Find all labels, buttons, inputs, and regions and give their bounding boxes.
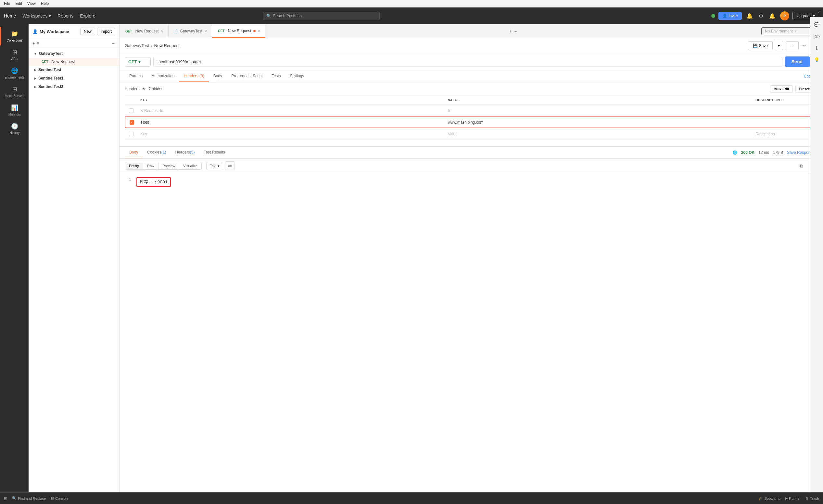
console-button[interactable]: ⊡ Console — [51, 496, 68, 500]
sidebar-item-apis[interactable]: ⊞ APIs — [0, 45, 28, 64]
more-tabs-icon[interactable]: ··· — [513, 29, 517, 34]
folder-expand-icon-3: ▶ — [34, 76, 36, 80]
tab2-close-icon[interactable]: ✕ — [204, 29, 207, 33]
header-value-xrequestid[interactable]: 5 — [445, 107, 753, 114]
sidebar-item-mock-servers[interactable]: ⊟ Mock Servers — [0, 82, 28, 101]
format-pretty[interactable]: Pretty — [125, 162, 143, 170]
trash-button[interactable]: 🗑 Trash — [805, 497, 819, 500]
sidebar-item-history[interactable]: 🕐 History — [0, 119, 28, 138]
tab-authorization[interactable]: Authorization — [147, 70, 179, 82]
collection-folder-sentineltest[interactable]: ▶ SentinelTest — [29, 65, 119, 74]
menu-edit[interactable]: Edit — [15, 1, 22, 6]
tab-params[interactable]: Params — [125, 70, 147, 82]
save-dropdown-arrow[interactable]: ▾ — [775, 41, 783, 50]
resp-tab-test-results[interactable]: Test Results — [199, 147, 229, 158]
avatar[interactable]: P — [780, 11, 789, 20]
tab-2[interactable]: 📄 GatewayTest ✕ — [169, 24, 212, 38]
url-input[interactable] — [153, 57, 782, 67]
menu-file[interactable]: File — [4, 1, 10, 6]
checkbox-row3[interactable] — [129, 132, 134, 136]
nav-reports[interactable]: Reports — [57, 13, 73, 18]
tab-body[interactable]: Body — [209, 70, 227, 82]
bootcamp-button[interactable]: 🎓 Bootcamp — [759, 496, 781, 500]
right-sidebar-info[interactable]: ℹ — [812, 43, 822, 53]
text-type-dropdown[interactable]: Text ▾ — [206, 162, 223, 170]
more-options-button[interactable]: ··· — [786, 41, 799, 50]
header-value-new[interactable]: Value — [445, 131, 753, 138]
tab-settings[interactable]: Settings — [286, 70, 309, 82]
resp-tab-headers[interactable]: Headers(5) — [170, 147, 199, 158]
tab-1[interactable]: GET New Request ✕ — [120, 24, 169, 38]
sidebar-item-monitors[interactable]: 📊 Monitors — [0, 101, 28, 119]
new-button[interactable]: New — [80, 28, 95, 35]
console-label: Console — [55, 497, 68, 500]
tab-pre-request-script[interactable]: Pre-request Script — [227, 70, 267, 82]
menu-help[interactable]: Help — [41, 1, 49, 6]
sidebar-item-environments[interactable]: 🌐 Environments — [0, 64, 28, 82]
search-bar[interactable]: 🔍 Search Postman — [263, 12, 380, 20]
desc-more-icon[interactable]: ··· — [781, 98, 784, 102]
workspace-header: 👤 My Workspace New Import — [29, 24, 119, 39]
settings-icon[interactable]: ⚙ — [758, 12, 765, 20]
tab1-close-icon[interactable]: ✕ — [161, 29, 164, 33]
checkbox-row1[interactable] — [129, 108, 134, 113]
menu-bar: File Edit View Help — [0, 0, 823, 7]
bell-icon[interactable]: 🔔 — [768, 12, 777, 20]
tab-3[interactable]: GET New Request ✕ — [212, 24, 265, 38]
notifications-icon[interactable]: 🔔 — [745, 12, 754, 20]
format-visualize[interactable]: Visualize — [179, 162, 201, 170]
breadcrumb-parent[interactable]: GatewayTest — [125, 43, 149, 48]
filter-icon[interactable]: ≡ — [37, 41, 40, 46]
right-sidebar-lightbulb[interactable]: 💡 — [812, 54, 822, 65]
runner-button[interactable]: ▶ Runner — [785, 496, 801, 500]
add-tab-icon[interactable]: + — [509, 28, 512, 34]
table-row: X-Request-Id 5 — [125, 105, 818, 116]
collection-folder-sentineltest2[interactable]: ▶ SentinelTest2 — [29, 82, 119, 91]
menu-view[interactable]: View — [27, 1, 36, 6]
checkbox-row2[interactable]: ✓ — [130, 120, 134, 124]
trash-icon: 🗑 — [805, 497, 809, 500]
wrap-button[interactable]: ⇌ — [225, 161, 235, 170]
environment-selector[interactable]: No Environment ▾ — [761, 27, 813, 35]
right-sidebar-comments[interactable]: 💬 — [812, 24, 822, 30]
nav-workspaces[interactable]: Workspaces ▾ — [22, 13, 51, 18]
import-button[interactable]: Import — [97, 28, 115, 35]
format-raw[interactable]: Raw — [143, 162, 159, 170]
collection-folder-gatewaytest[interactable]: ▼ GatewayTest — [29, 49, 119, 58]
breadcrumb-separator: / — [151, 43, 152, 48]
collection-folder-sentineltest1[interactable]: ▶ SentinelTest1 — [29, 74, 119, 82]
nav-explore[interactable]: Explore — [80, 13, 95, 18]
header-key-host[interactable]: Host — [138, 119, 445, 126]
tab-tests[interactable]: Tests — [267, 70, 286, 82]
format-preview[interactable]: Preview — [159, 162, 179, 170]
find-replace-button[interactable]: 🔍 Find and Replace — [12, 496, 46, 500]
send-button[interactable]: Send — [785, 56, 809, 67]
header-value-host[interactable]: www.mashibing.com — [445, 119, 752, 126]
nav-home[interactable]: Home — [4, 13, 16, 18]
save-button[interactable]: 💾 Save — [748, 41, 773, 50]
request-tabs: Params Authorization Headers (9) Body Pr… — [120, 70, 823, 82]
collection-items: ▼ GatewayTest GET New Request ▶ Sentinel… — [29, 48, 119, 492]
right-sidebar-code[interactable]: </> — [812, 31, 822, 41]
edit-icon[interactable]: ✏ — [801, 42, 807, 49]
bottom-layout-icon[interactable]: ⊞ — [4, 496, 7, 500]
invite-button[interactable]: 👤 Invite — [718, 12, 742, 20]
bulk-edit-button[interactable]: Bulk Edit — [770, 85, 793, 92]
sidebar-label-apis: APIs — [11, 57, 18, 61]
folder-expand-icon-2: ▶ — [34, 68, 36, 72]
bootcamp-label: Bootcamp — [765, 497, 781, 500]
copy-button[interactable]: ⧉ — [797, 162, 805, 170]
list-item-new-request[interactable]: GET New Request — [29, 58, 119, 65]
header-desc-new[interactable]: Description — [753, 131, 798, 138]
header-key-new[interactable]: Key — [138, 131, 445, 138]
tab3-close-icon[interactable]: ✕ — [258, 29, 261, 33]
resp-tab-cookies[interactable]: Cookies(1) — [143, 147, 170, 158]
more-options-icon[interactable]: ··· — [112, 41, 115, 46]
top-nav: Home Workspaces ▾ Reports Explore 🔍 Sear… — [0, 7, 823, 24]
sidebar-item-collections[interactable]: 📁 Collections — [0, 27, 28, 45]
method-selector[interactable]: GET ▾ — [125, 57, 151, 66]
tab-headers[interactable]: Headers (9) — [179, 70, 208, 82]
header-key-xrequestid[interactable]: X-Request-Id — [138, 107, 445, 114]
add-collection-icon[interactable]: + — [32, 41, 35, 46]
resp-tab-body[interactable]: Body — [125, 147, 143, 158]
